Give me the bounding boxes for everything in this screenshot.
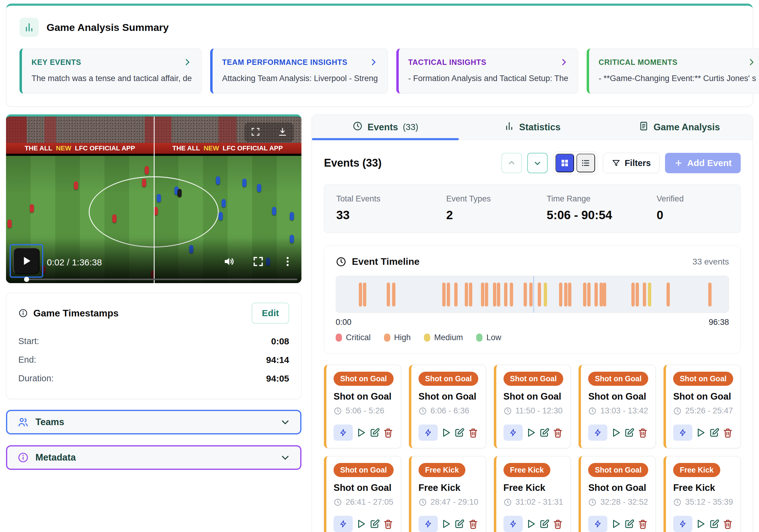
quick-action-button[interactable] bbox=[334, 516, 353, 532]
quick-action-button[interactable] bbox=[673, 516, 692, 532]
timeline-event-bar[interactable] bbox=[497, 282, 500, 307]
quick-action-button[interactable] bbox=[419, 425, 438, 441]
edit-event-button[interactable] bbox=[454, 518, 465, 529]
add-event-button[interactable]: Add Event bbox=[665, 153, 741, 173]
edit-event-button[interactable] bbox=[454, 427, 465, 438]
timeline-event-bar[interactable] bbox=[643, 282, 646, 307]
event-card[interactable]: Shot on GoalShot on Goal32:28 - 32:52 bbox=[579, 456, 656, 532]
timeline-event-bar[interactable] bbox=[392, 282, 395, 307]
event-card[interactable]: Shot on GoalShot on Goal11:50 - 12:30 bbox=[494, 365, 571, 448]
list-view-button[interactable] bbox=[577, 154, 595, 172]
edit-button[interactable]: Edit bbox=[252, 303, 289, 324]
timeline-event-bar[interactable] bbox=[636, 282, 639, 307]
event-card[interactable]: Free KickFree Kick28:47 - 29:10 bbox=[409, 456, 486, 532]
delete-event-button[interactable] bbox=[552, 427, 563, 438]
event-card[interactable]: Shot on GoalShot on Goal13:03 - 13:42 bbox=[579, 365, 656, 448]
play-event-button[interactable] bbox=[355, 427, 366, 438]
timeline-event-bar[interactable] bbox=[559, 282, 562, 307]
filters-button[interactable]: Filters bbox=[603, 153, 659, 173]
event-card[interactable]: Shot on GoalShot on Goal26:41 - 27:05 bbox=[324, 456, 401, 532]
summary-card-tactical-insights[interactable]: TACTICAL INSIGHTS- Formation Analysis an… bbox=[396, 48, 578, 94]
timeline-event-bar[interactable] bbox=[666, 282, 670, 307]
download-icon[interactable] bbox=[277, 127, 288, 138]
timeline-event-bar[interactable] bbox=[600, 282, 603, 307]
timeline-event-bar[interactable] bbox=[583, 282, 586, 307]
quick-action-button[interactable] bbox=[588, 425, 607, 441]
timeline-event-bar[interactable] bbox=[442, 282, 446, 307]
timeline-event-bar[interactable] bbox=[594, 282, 598, 307]
edit-event-button[interactable] bbox=[624, 518, 635, 529]
timeline-event-bar[interactable] bbox=[481, 282, 484, 307]
kebab-menu-icon[interactable] bbox=[282, 256, 294, 269]
edit-event-button[interactable] bbox=[369, 427, 380, 438]
tab-events[interactable]: Events(33) bbox=[312, 115, 459, 140]
timeline-event-bar[interactable] bbox=[454, 282, 458, 307]
quick-action-button[interactable] bbox=[503, 425, 523, 441]
video-progress-bar[interactable] bbox=[24, 279, 297, 280]
event-card[interactable]: Free KickFree Kick35:12 - 35:39 bbox=[663, 456, 741, 532]
edit-event-button[interactable] bbox=[539, 427, 550, 438]
delete-event-button[interactable] bbox=[552, 518, 563, 529]
event-card[interactable]: Shot on GoalShot on Goal6:06 - 6:36 bbox=[409, 365, 486, 448]
delete-event-button[interactable] bbox=[722, 518, 733, 529]
timeline-event-bar[interactable] bbox=[564, 282, 568, 307]
timeline-event-bar[interactable] bbox=[631, 282, 635, 307]
event-card[interactable]: Shot on GoalShot on Goal5:06 - 5:26 bbox=[324, 365, 401, 448]
timeline-event-bar[interactable] bbox=[510, 282, 513, 307]
timeline-event-bar[interactable] bbox=[538, 282, 541, 307]
tab-game-analysis[interactable]: Game Analysis bbox=[606, 115, 753, 140]
summary-card-critical-moments[interactable]: CRITICAL MOMENTS- **Game-Changing Event:… bbox=[587, 48, 759, 94]
teams-accordion[interactable]: Teams bbox=[6, 410, 301, 434]
delete-event-button[interactable] bbox=[722, 427, 733, 438]
play-event-button[interactable] bbox=[695, 518, 706, 529]
timeline-event-bar[interactable] bbox=[544, 282, 547, 307]
summary-card-team-performance-insights[interactable]: TEAM PERFORMANCE INSIGHTSAttacking Team … bbox=[210, 48, 388, 94]
timeline-event-bar[interactable] bbox=[708, 282, 711, 307]
play-event-button[interactable] bbox=[355, 518, 366, 529]
edit-event-button[interactable] bbox=[369, 518, 380, 529]
delete-event-button[interactable] bbox=[383, 427, 394, 438]
fullscreen-icon[interactable] bbox=[252, 256, 264, 269]
edit-event-button[interactable] bbox=[709, 518, 720, 529]
play-event-button[interactable] bbox=[440, 518, 451, 529]
expand-icon[interactable] bbox=[250, 127, 260, 138]
play-event-button[interactable] bbox=[610, 518, 621, 529]
timeline-event-bar[interactable] bbox=[529, 282, 533, 307]
play-event-button[interactable] bbox=[525, 427, 536, 438]
metadata-accordion[interactable]: Metadata bbox=[6, 445, 301, 470]
timeline-event-bar[interactable] bbox=[387, 282, 390, 307]
timeline-event-bar[interactable] bbox=[469, 282, 472, 307]
timeline-event-bar[interactable] bbox=[504, 282, 507, 307]
volume-icon[interactable] bbox=[223, 256, 235, 269]
event-card[interactable]: Shot on GoalShot on Goal25:26 - 25:47 bbox=[663, 365, 741, 448]
play-button[interactable] bbox=[13, 248, 40, 274]
timeline-playhead[interactable] bbox=[533, 276, 534, 312]
quick-action-button[interactable] bbox=[419, 516, 438, 532]
grid-view-button[interactable] bbox=[555, 154, 574, 172]
edit-event-button[interactable] bbox=[539, 518, 550, 529]
progress-knob[interactable] bbox=[24, 277, 29, 282]
delete-event-button[interactable] bbox=[637, 427, 648, 438]
timeline-event-bar[interactable] bbox=[465, 282, 468, 307]
play-event-button[interactable] bbox=[695, 427, 706, 438]
timeline-event-bar[interactable] bbox=[493, 282, 496, 307]
tab-statistics[interactable]: Statistics bbox=[459, 115, 606, 140]
timeline-event-bar[interactable] bbox=[447, 282, 450, 307]
timeline-event-bar[interactable] bbox=[485, 282, 488, 307]
summary-card-key-events[interactable]: KEY EVENTSThe match was a tense and tact… bbox=[20, 48, 202, 94]
quick-action-button[interactable] bbox=[673, 425, 692, 441]
delete-event-button[interactable] bbox=[637, 518, 648, 529]
quick-action-button[interactable] bbox=[334, 425, 353, 441]
delete-event-button[interactable] bbox=[383, 518, 394, 529]
timeline-event-bar[interactable] bbox=[587, 282, 590, 307]
quick-action-button[interactable] bbox=[503, 516, 523, 532]
event-card[interactable]: Free KickFree Kick31:02 - 31:31 bbox=[494, 456, 571, 532]
delete-event-button[interactable] bbox=[468, 427, 479, 438]
edit-event-button[interactable] bbox=[624, 427, 635, 438]
edit-event-button[interactable] bbox=[709, 427, 720, 438]
delete-event-button[interactable] bbox=[468, 518, 479, 529]
timeline-event-bar[interactable] bbox=[363, 282, 366, 307]
timeline-event-bar[interactable] bbox=[603, 282, 606, 307]
play-event-button[interactable] bbox=[525, 518, 536, 529]
timeline-event-bar[interactable] bbox=[359, 282, 362, 307]
